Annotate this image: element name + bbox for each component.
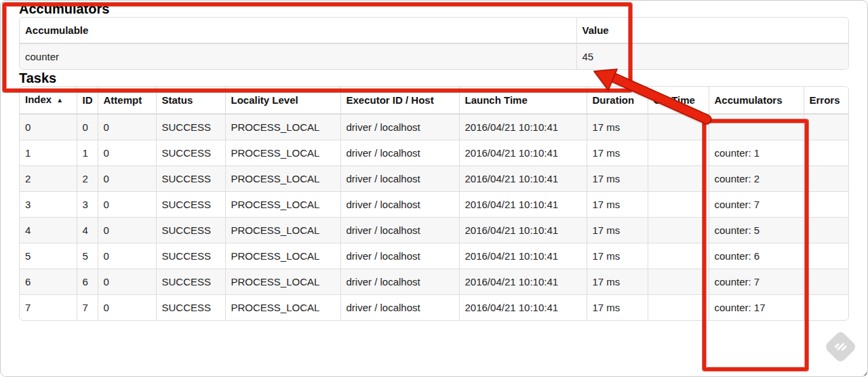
task-cell-errors: [804, 114, 848, 140]
task-cell-launch-time: 2016/04/21 10:10:41: [459, 218, 587, 243]
task-cell-attempt: 0: [98, 295, 156, 321]
task-cell-duration: 17 ms: [587, 140, 648, 166]
task-cell-executor-id-host: driver / localhost: [340, 243, 459, 269]
task-cell-executor-id-host: driver / localhost: [340, 192, 459, 218]
task-row: 5 5 0 SUCCESS PROCESS_LOCAL driver / loc…: [20, 243, 848, 269]
column-header-index-label: Index: [25, 94, 52, 105]
sort-ascending-icon: ▲: [56, 93, 63, 107]
accumulators-table: Accumulable Value counter 45: [19, 17, 849, 70]
task-cell-errors: [804, 243, 848, 269]
task-cell-errors: [804, 269, 848, 295]
task-cell-errors: [804, 295, 848, 321]
column-header-duration[interactable]: Duration: [587, 87, 648, 114]
column-header-attempt[interactable]: Attempt: [98, 87, 156, 114]
task-cell-executor-id-host: driver / localhost: [340, 218, 459, 243]
task-cell-accumulators: counter: 1: [709, 140, 804, 166]
tasks-header-row: Index▲ ID Attempt Status Locality Level …: [20, 87, 848, 114]
tasks-table-body: 0 0 0 SUCCESS PROCESS_LOCAL driver / loc…: [20, 114, 848, 320]
task-cell-gc-time: [648, 295, 709, 321]
task-cell-status: SUCCESS: [156, 295, 225, 321]
task-cell-launch-time: 2016/04/21 10:10:41: [459, 114, 587, 140]
accumulators-header-row: Accumulable Value: [20, 18, 848, 43]
task-cell-gc-time: [648, 166, 709, 192]
task-row: 7 7 0 SUCCESS PROCESS_LOCAL driver / loc…: [20, 295, 848, 321]
column-header-locality-level[interactable]: Locality Level: [225, 87, 340, 114]
task-cell-errors: [804, 166, 848, 192]
task-cell-duration: 17 ms: [587, 243, 648, 269]
accumulable-name-cell: counter: [20, 43, 576, 69]
task-cell-locality-level: PROCESS_LOCAL: [225, 114, 340, 140]
task-cell-status: SUCCESS: [156, 114, 225, 140]
task-cell-launch-time: 2016/04/21 10:10:41: [459, 243, 587, 269]
task-cell-index: 6: [20, 269, 77, 295]
task-cell-gc-time: [648, 243, 709, 269]
column-header-accumulators[interactable]: Accumulators: [709, 87, 804, 114]
task-cell-locality-level: PROCESS_LOCAL: [225, 269, 340, 295]
task-cell-status: SUCCESS: [156, 140, 225, 166]
column-header-status[interactable]: Status: [156, 87, 225, 114]
task-cell-status: SUCCESS: [156, 218, 225, 243]
task-cell-gc-time: [648, 140, 709, 166]
task-cell-index: 0: [20, 114, 77, 140]
task-cell-errors: [804, 218, 848, 243]
task-cell-attempt: 0: [98, 192, 156, 218]
task-cell-gc-time: [648, 269, 709, 295]
task-cell-duration: 17 ms: [587, 192, 648, 218]
column-header-errors[interactable]: Errors: [804, 87, 848, 114]
task-cell-locality-level: PROCESS_LOCAL: [225, 192, 340, 218]
task-cell-attempt: 0: [98, 243, 156, 269]
task-cell-id: 0: [77, 114, 98, 140]
task-cell-duration: 17 ms: [587, 295, 648, 321]
tasks-table: Index▲ ID Attempt Status Locality Level …: [19, 86, 849, 321]
task-cell-id: 3: [77, 192, 98, 218]
task-cell-launch-time: 2016/04/21 10:10:41: [459, 192, 587, 218]
column-header-index[interactable]: Index▲: [20, 87, 77, 114]
task-cell-launch-time: 2016/04/21 10:10:41: [459, 140, 587, 166]
task-cell-locality-level: PROCESS_LOCAL: [225, 166, 340, 192]
task-cell-attempt: 0: [98, 140, 156, 166]
task-row: 6 6 0 SUCCESS PROCESS_LOCAL driver / loc…: [20, 269, 848, 295]
task-cell-accumulators: [709, 114, 804, 140]
task-cell-status: SUCCESS: [156, 243, 225, 269]
column-header-launch-time[interactable]: Launch Time: [459, 87, 587, 114]
task-row: 3 3 0 SUCCESS PROCESS_LOCAL driver / loc…: [20, 192, 848, 218]
task-row: 1 1 0 SUCCESS PROCESS_LOCAL driver / loc…: [20, 140, 848, 166]
column-header-id[interactable]: ID: [77, 87, 98, 114]
task-cell-index: 3: [20, 192, 77, 218]
task-cell-accumulators: counter: 7: [709, 192, 804, 218]
value-column-header: Value: [576, 18, 848, 43]
accumulable-value-cell: 45: [576, 43, 848, 69]
task-cell-index: 7: [20, 295, 77, 321]
task-cell-accumulators: counter: 2: [709, 166, 804, 192]
task-cell-locality-level: PROCESS_LOCAL: [225, 243, 340, 269]
task-cell-executor-id-host: driver / localhost: [340, 166, 459, 192]
task-cell-attempt: 0: [98, 218, 156, 243]
task-cell-id: 2: [77, 166, 98, 192]
task-cell-status: SUCCESS: [156, 166, 225, 192]
task-cell-locality-level: PROCESS_LOCAL: [225, 295, 340, 321]
skitch-logo-icon: [824, 330, 857, 363]
task-cell-locality-level: PROCESS_LOCAL: [225, 140, 340, 166]
column-header-gc-time[interactable]: GC Time: [648, 87, 709, 114]
task-cell-executor-id-host: driver / localhost: [340, 140, 459, 166]
task-cell-duration: 17 ms: [587, 114, 648, 140]
task-cell-accumulators: counter: 17: [709, 295, 804, 321]
spark-stage-page: Accumulators Accumulable Value counter 4…: [0, 0, 868, 377]
task-cell-attempt: 0: [98, 166, 156, 192]
task-cell-status: SUCCESS: [156, 192, 225, 218]
task-cell-index: 5: [20, 243, 77, 269]
accumulator-row: counter 45: [20, 43, 848, 69]
task-cell-id: 7: [77, 295, 98, 321]
task-cell-duration: 17 ms: [587, 269, 648, 295]
column-header-executor-id-host[interactable]: Executor ID / Host: [340, 87, 459, 114]
task-row: 2 2 0 SUCCESS PROCESS_LOCAL driver / loc…: [20, 166, 848, 192]
task-cell-locality-level: PROCESS_LOCAL: [225, 218, 340, 243]
task-cell-duration: 17 ms: [587, 218, 648, 243]
mouse-cursor-icon: [861, 368, 868, 377]
accumulators-section-title: Accumulators: [19, 1, 849, 17]
task-cell-attempt: 0: [98, 269, 156, 295]
task-cell-executor-id-host: driver / localhost: [340, 269, 459, 295]
task-cell-accumulators: counter: 5: [709, 218, 804, 243]
task-cell-attempt: 0: [98, 114, 156, 140]
task-cell-launch-time: 2016/04/21 10:10:41: [459, 269, 587, 295]
